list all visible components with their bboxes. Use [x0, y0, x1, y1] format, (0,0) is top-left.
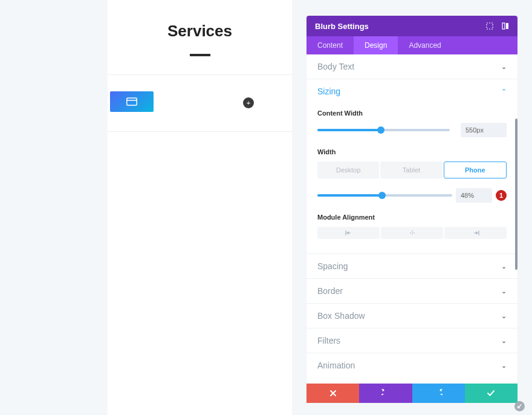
redo-icon [434, 389, 443, 397]
align-left-button[interactable] [317, 227, 380, 239]
preview-canvas: Services + [108, 0, 292, 415]
preview-section: + [108, 74, 292, 132]
width-value[interactable]: 48% [456, 188, 492, 203]
expand-icon[interactable] [486, 22, 493, 30]
slider-thumb[interactable] [378, 192, 386, 199]
width-slider[interactable] [317, 194, 452, 197]
sizing-body: Content Width 550px Width Desktop Tablet… [307, 103, 517, 254]
callout-badge-1: 1 [496, 190, 507, 201]
device-phone[interactable]: Phone [444, 162, 507, 178]
panel-footer [307, 384, 517, 403]
collapse-icon [517, 404, 522, 409]
section-label: Body Text [317, 62, 354, 71]
align-right-button[interactable] [444, 227, 507, 239]
chevron-down-icon: ⌄ [501, 63, 507, 71]
chevron-down-icon: ⌄ [501, 263, 507, 270]
svg-rect-0 [127, 98, 137, 105]
snap-icon[interactable] [502, 22, 509, 30]
undo-button[interactable] [359, 384, 412, 403]
device-desktop[interactable]: Desktop [317, 162, 379, 178]
svg-rect-3 [502, 23, 505, 29]
chevron-down-icon: ⌄ [501, 337, 507, 345]
blurb-module[interactable] [110, 91, 154, 112]
section-label: Spacing [317, 261, 348, 271]
check-icon [487, 390, 495, 397]
width-label: Width [317, 148, 507, 155]
window-icon [126, 97, 137, 106]
add-module-button[interactable]: + [243, 97, 254, 108]
collapse-toggle[interactable] [514, 401, 525, 411]
page-title: Services [108, 0, 292, 41]
tab-advanced[interactable]: Advanced [398, 36, 452, 54]
tab-design[interactable]: Design [354, 36, 398, 54]
svg-rect-2 [487, 23, 493, 29]
panel-header: Blurb Settings [307, 16, 517, 36]
slider-thumb[interactable] [377, 126, 384, 134]
undo-icon [381, 389, 390, 397]
panel-tabs: Content Design Advanced [307, 36, 517, 54]
section-label: Box Shadow [317, 311, 365, 321]
title-underline [190, 54, 210, 56]
section-label: Border [317, 286, 343, 296]
section-spacing[interactable]: Spacing ⌄ [307, 254, 517, 279]
content-width-label: Content Width [317, 109, 507, 117]
settings-panel: Blurb Settings Content Design Advanced B… [307, 16, 517, 403]
content-width-value[interactable]: 550px [461, 123, 507, 137]
chevron-up-icon: ⌃ [501, 88, 507, 96]
save-button[interactable] [465, 384, 517, 403]
tab-content[interactable]: Content [307, 36, 354, 54]
align-center-button[interactable] [381, 227, 443, 239]
redo-button[interactable] [412, 384, 465, 403]
section-label: Filters [317, 336, 340, 345]
module-alignment-label: Module Alignment [317, 214, 507, 221]
content-width-slider[interactable] [317, 129, 450, 131]
device-tablet[interactable]: Tablet [380, 162, 442, 178]
section-sizing[interactable]: Sizing ⌃ [307, 79, 517, 103]
section-body-text[interactable]: Body Text ⌄ [307, 54, 517, 79]
section-border[interactable]: Border ⌄ [307, 279, 517, 304]
scrollbar-thumb[interactable] [515, 119, 517, 270]
close-icon [329, 390, 337, 397]
panel-body: Body Text ⌄ Sizing ⌃ Content Width 550px… [307, 54, 517, 372]
cancel-button[interactable] [307, 384, 359, 403]
chevron-down-icon: ⌄ [501, 312, 507, 320]
section-filters[interactable]: Filters ⌄ [307, 328, 517, 353]
section-label: Sizing [317, 87, 340, 96]
section-animation[interactable]: Animation ⌄ [307, 353, 517, 372]
section-label: Animation [317, 361, 355, 370]
chevron-down-icon: ⌄ [501, 287, 507, 295]
panel-title: Blurb Settings [315, 22, 369, 31]
svg-rect-4 [506, 23, 508, 29]
chevron-down-icon: ⌄ [501, 362, 507, 370]
section-box-shadow[interactable]: Box Shadow ⌄ [307, 304, 517, 328]
